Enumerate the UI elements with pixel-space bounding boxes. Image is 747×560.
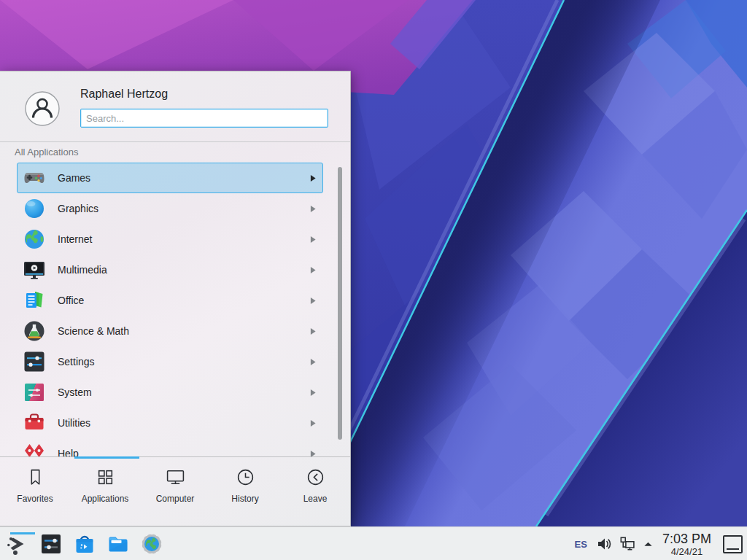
submenu-arrow-icon: [310, 297, 317, 305]
clock-time: 7:03 PM: [662, 532, 711, 545]
category-games[interactable]: Games: [17, 163, 323, 193]
submenu-arrow-icon: [310, 358, 317, 366]
multimedia-icon: [23, 258, 46, 281]
submenu-arrow-icon: [310, 327, 317, 335]
tab-label: Applications: [82, 494, 129, 504]
tab-applications[interactable]: Applications: [70, 467, 140, 527]
tab-label: Computer: [156, 494, 195, 504]
taskbar-app-file-manager[interactable]: [107, 532, 130, 556]
system-tray: ES 7:03 PM 4/24/21: [575, 527, 747, 560]
taskbar-app-discover[interactable]: [73, 532, 96, 556]
tab-history[interactable]: History: [210, 467, 280, 527]
digital-clock[interactable]: 7:03 PM 4/24/21: [662, 532, 711, 556]
category-utilities[interactable]: Utilities: [17, 408, 323, 438]
category-label: Settings: [58, 356, 310, 368]
submenu-arrow-icon: [310, 266, 317, 274]
category-label: Help: [58, 448, 310, 456]
category-office[interactable]: Office: [17, 285, 323, 316]
applications-icon: [96, 467, 115, 487]
category-system[interactable]: System: [17, 377, 323, 408]
tab-label: History: [231, 494, 258, 504]
user-name: Raphael Hertzog: [80, 88, 168, 101]
tab-label: Favorites: [17, 494, 53, 504]
tab-computer[interactable]: Computer: [140, 467, 210, 527]
submenu-arrow-icon: [310, 389, 317, 397]
favorites-icon: [26, 467, 45, 487]
network-icon[interactable]: [619, 536, 635, 552]
application-launcher-popup: Raphael Hertzog All Applications GamesGr…: [0, 71, 351, 526]
active-tab-indicator: [74, 456, 139, 459]
games-icon: [23, 166, 46, 190]
tab-label: Leave: [303, 494, 328, 504]
settings-icon: [23, 350, 46, 373]
launcher-header: Raphael Hertzog: [0, 71, 350, 141]
category-label: Utilities: [58, 417, 310, 429]
header-separator: [0, 141, 350, 142]
show-desktop-button[interactable]: [723, 535, 743, 553]
office-icon: [23, 289, 46, 312]
category-internet[interactable]: Internet: [17, 224, 323, 254]
submenu-arrow-icon: [310, 236, 317, 244]
desktop: { "launcher": { "user_name": "Raphael He…: [0, 0, 747, 560]
computer-icon: [166, 467, 185, 487]
category-science-math[interactable]: Science & Math: [17, 316, 323, 346]
category-settings[interactable]: Settings: [17, 346, 323, 377]
tab-favorites[interactable]: Favorites: [0, 467, 70, 527]
submenu-arrow-icon: [310, 174, 317, 182]
history-icon: [236, 467, 255, 487]
tab-leave[interactable]: Leave: [280, 467, 350, 527]
submenu-arrow-icon: [310, 205, 317, 213]
category-label: Multimedia: [58, 264, 310, 276]
section-label: All Applications: [15, 147, 78, 158]
utilities-icon: [23, 411, 46, 435]
category-label: Office: [58, 295, 310, 306]
category-label: Science & Math: [58, 325, 310, 337]
submenu-arrow-icon: [310, 419, 317, 427]
category-multimedia[interactable]: Multimedia: [17, 254, 323, 285]
search-input[interactable]: [80, 109, 328, 128]
category-graphics[interactable]: Graphics: [17, 193, 323, 224]
system-icon: [23, 381, 46, 404]
category-label: Graphics: [58, 203, 310, 214]
volume-icon[interactable]: [596, 536, 612, 552]
taskbar-app-system-settings[interactable]: [39, 532, 63, 556]
category-list: GamesGraphicsInternetMultimediaOfficeSci…: [0, 163, 350, 456]
expand-tray-icon[interactable]: [643, 539, 654, 550]
taskbar-app-application-launcher[interactable]: [6, 532, 29, 556]
tab-bar: FavoritesApplicationsComputerHistoryLeav…: [0, 457, 350, 527]
keyboard-layout-indicator[interactable]: ES: [575, 539, 587, 550]
submenu-arrow-icon: [310, 450, 317, 457]
graphics-icon: [23, 197, 46, 220]
category-label: Internet: [58, 233, 310, 245]
taskbar: ES 7:03 PM 4/24/21: [0, 526, 747, 560]
leave-icon: [306, 467, 325, 487]
category-help[interactable]: Help: [17, 438, 323, 456]
scrollbar[interactable]: [338, 167, 342, 440]
active-app-indicator: [10, 532, 35, 534]
user-avatar-icon[interactable]: [25, 91, 60, 126]
category-label: Games: [58, 172, 310, 184]
taskbar-app-web-browser[interactable]: [140, 532, 163, 556]
clock-date: 4/24/21: [671, 547, 703, 556]
internet-icon: [23, 228, 46, 251]
help-icon: [23, 442, 46, 456]
science-icon: [23, 319, 46, 343]
launcher-footer: FavoritesApplicationsComputerHistoryLeav…: [0, 456, 350, 527]
category-label: System: [58, 386, 310, 398]
